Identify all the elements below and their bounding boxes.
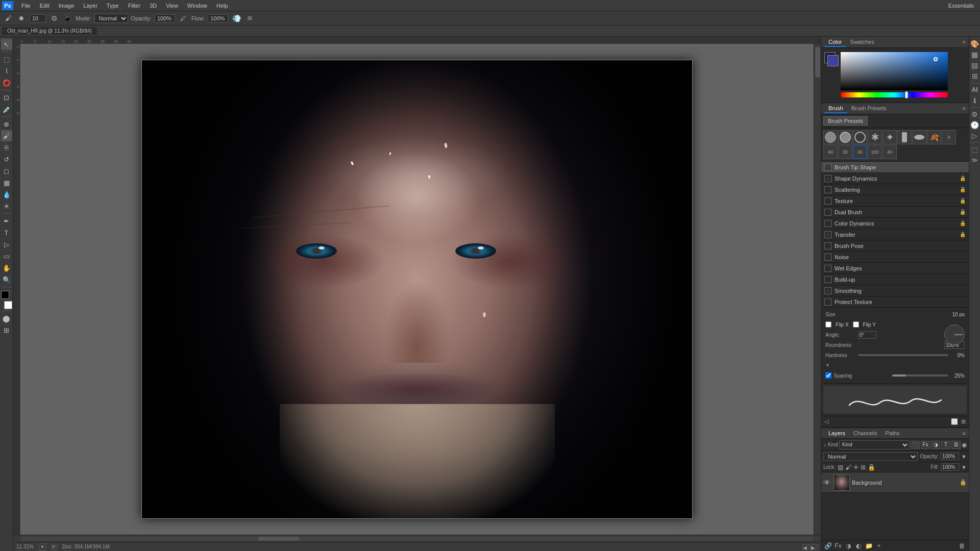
blend-mode-select[interactable]: Normal Dissolve Multiply Screen Overlay bbox=[823, 452, 918, 461]
hand-tool[interactable]: ✋ bbox=[1, 262, 12, 273]
foreground-background-colors[interactable] bbox=[1, 291, 12, 309]
brush-tip-shape-option[interactable]: Brush Tip Shape bbox=[821, 162, 969, 173]
buildup-option[interactable]: Build-up bbox=[821, 274, 969, 285]
playback-next[interactable]: ▶ bbox=[811, 544, 818, 549]
hardness-slider[interactable] bbox=[858, 354, 948, 356]
spot-healing-tool[interactable]: ⊕ bbox=[1, 118, 12, 130]
quick-select-tool[interactable]: ⭕ bbox=[1, 77, 12, 88]
layer-filter-toggle[interactable]: ◉ bbox=[962, 441, 967, 448]
right-patterns-icon[interactable]: ⊞ bbox=[970, 71, 980, 81]
paths-tab[interactable]: Paths bbox=[881, 429, 904, 437]
brush-size-20[interactable]: 30 bbox=[853, 145, 867, 159]
opacity-pressure-icon[interactable]: 🖊 bbox=[178, 13, 188, 23]
layer-filter-btn-5[interactable]: 🖻 bbox=[951, 441, 961, 449]
noise-option[interactable]: Noise bbox=[821, 252, 969, 263]
foreground-color[interactable] bbox=[1, 291, 9, 299]
horizontal-scrollbar[interactable] bbox=[13, 535, 821, 542]
right-brush-settings-icon[interactable]: ⚙ bbox=[970, 109, 980, 119]
vscroll-thumb[interactable] bbox=[815, 47, 820, 78]
mode-select[interactable]: Normal bbox=[94, 14, 128, 23]
hue-slider[interactable] bbox=[841, 92, 948, 97]
new-layer-btn[interactable]: + bbox=[874, 542, 884, 550]
menu-layer[interactable]: Layer bbox=[79, 2, 102, 10]
texture-option[interactable]: Texture 🔒 bbox=[821, 195, 969, 207]
right-info-icon[interactable]: ℹ bbox=[970, 95, 980, 106]
path-select-tool[interactable]: ▷ bbox=[1, 239, 12, 250]
quick-mask-tool[interactable]: ⬤ bbox=[1, 313, 12, 324]
layer-effects-btn[interactable]: Fx bbox=[834, 542, 843, 550]
brush-size-40[interactable]: 40 bbox=[883, 145, 897, 159]
stamp-tool[interactable]: ⎘ bbox=[1, 142, 12, 153]
delete-layer-btn[interactable]: 🗑 bbox=[958, 542, 967, 550]
menu-3d[interactable]: 3D bbox=[145, 2, 161, 10]
layer-mask-btn[interactable]: ◑ bbox=[844, 542, 853, 550]
lock-artboard-btn[interactable]: ⊞ bbox=[861, 464, 866, 471]
angle-dial[interactable] bbox=[944, 324, 965, 345]
canvas-toggle[interactable]: ⊞ bbox=[51, 544, 57, 550]
lock-paint-btn[interactable]: 🖌 bbox=[845, 464, 851, 471]
layer-filter-btn-1[interactable]: ⬛ bbox=[911, 441, 920, 449]
canvas-image[interactable] bbox=[141, 60, 693, 519]
layers-panel-expand[interactable]: ≡ bbox=[963, 431, 966, 436]
brush-bottom-icon-1[interactable]: ◁ bbox=[823, 417, 829, 426]
menu-view[interactable]: View bbox=[162, 2, 182, 10]
shape-dynamics-option[interactable]: ✓ Shape Dynamics 🔒 bbox=[821, 173, 969, 184]
channels-tab[interactable]: Channels bbox=[849, 429, 881, 437]
workspace-label[interactable]: Essentials bbox=[944, 2, 978, 10]
brush-sample[interactable]: ✦ bbox=[883, 130, 897, 144]
brush-settings-icon[interactable]: ⚙ bbox=[49, 13, 59, 23]
menu-file[interactable]: File bbox=[17, 2, 35, 10]
brush-size-10[interactable]: 9 bbox=[942, 130, 956, 144]
layer-group-btn[interactable]: 📁 bbox=[864, 542, 873, 550]
smoothing-icon[interactable]: ≋ bbox=[244, 13, 255, 23]
layer-filter-btn-2[interactable]: Fx bbox=[921, 441, 930, 449]
panel-expand-icon[interactable]: ≡ bbox=[963, 39, 966, 45]
spacing-checkbox[interactable] bbox=[825, 372, 831, 379]
gradient-tool[interactable]: ▦ bbox=[1, 177, 12, 188]
marquee-tool[interactable]: ⬚ bbox=[1, 54, 12, 65]
layers-tab[interactable]: Layers bbox=[824, 429, 849, 437]
brush-bottom-icon-2[interactable]: ⬜ bbox=[950, 417, 959, 426]
screen-mode-btn[interactable]: ⊞ bbox=[1, 324, 12, 336]
transfer-option[interactable]: ✓ Transfer 🔒 bbox=[821, 229, 969, 240]
spacing-slider[interactable] bbox=[892, 374, 949, 377]
angle-input[interactable] bbox=[858, 331, 876, 339]
menu-help[interactable]: Help bbox=[212, 2, 232, 10]
lock-all-btn[interactable]: 🔒 bbox=[868, 464, 875, 471]
right-actions-icon[interactable]: ▷ bbox=[970, 131, 980, 141]
eyedropper-tool[interactable]: 💉 bbox=[1, 104, 12, 115]
lock-position-btn[interactable]: ✛ bbox=[853, 464, 859, 471]
right-ai-icon[interactable]: AI bbox=[970, 85, 980, 95]
layer-filter-btn-4[interactable]: T bbox=[941, 441, 950, 449]
flip-y-checkbox[interactable] bbox=[853, 321, 859, 328]
menu-type[interactable]: Type bbox=[103, 2, 123, 10]
smoothing-option[interactable]: ✓ Smoothing bbox=[821, 285, 969, 296]
brush-sample[interactable] bbox=[853, 130, 867, 144]
lock-transparent-btn[interactable]: ▨ bbox=[838, 464, 843, 471]
canvas-area[interactable] bbox=[20, 44, 814, 535]
scattering-option[interactable]: Scattering 🔒 bbox=[821, 184, 969, 195]
brush-bottom-icon-3[interactable]: ⊞ bbox=[960, 417, 967, 426]
shape-tool[interactable]: ▭ bbox=[1, 251, 12, 262]
brush-sample[interactable] bbox=[823, 130, 838, 144]
wet-edges-option[interactable]: Wet Edges bbox=[821, 263, 969, 274]
brush-size-30[interactable]: 60 bbox=[823, 145, 838, 159]
layer-adjustment-btn[interactable]: ◐ bbox=[854, 542, 863, 550]
color-dynamics-option[interactable]: Color Dynamics 🔒 bbox=[821, 218, 969, 229]
right-gradients-icon[interactable]: ▤ bbox=[970, 60, 980, 70]
background-color-box[interactable] bbox=[827, 55, 839, 66]
blur-tool[interactable]: 💧 bbox=[1, 189, 12, 200]
move-tool[interactable]: ↖ bbox=[1, 39, 12, 50]
hscroll-thumb[interactable] bbox=[258, 537, 299, 541]
brush-tool-icon[interactable]: 🖌 bbox=[3, 13, 13, 23]
swatches-tab[interactable]: Swatches bbox=[846, 38, 878, 47]
brush-size-icon[interactable]: ● bbox=[16, 13, 27, 23]
brush-size-183[interactable]: 183 bbox=[868, 145, 882, 159]
right-swatches-icon[interactable]: ▦ bbox=[970, 49, 980, 60]
brush-size-30-2[interactable]: 30 bbox=[838, 145, 852, 159]
opacity-dropdown-btn[interactable]: ▼ bbox=[961, 454, 967, 460]
protect-texture-option[interactable]: Protect Texture bbox=[821, 296, 969, 308]
airbrush-icon[interactable]: 💨 bbox=[231, 13, 241, 23]
right-layers-icon[interactable]: ⬚ bbox=[970, 144, 980, 155]
opacity-input[interactable] bbox=[155, 14, 175, 22]
